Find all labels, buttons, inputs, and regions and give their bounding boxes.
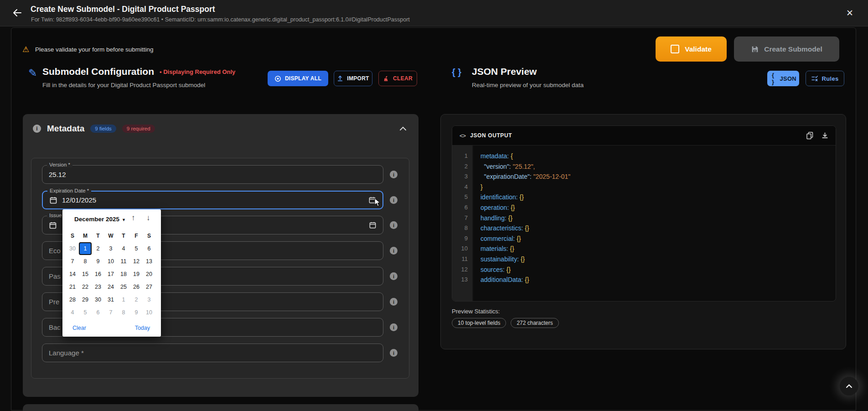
- json-line: "expirationDate": "2025-12-01": [480, 172, 570, 182]
- calendar-day[interactable]: 3: [143, 293, 155, 306]
- calendar-day[interactable]: 21: [66, 281, 79, 293]
- calendar-day[interactable]: 22: [79, 281, 92, 293]
- language-field[interactable]: Language *: [42, 343, 383, 362]
- download-icon[interactable]: [822, 132, 828, 140]
- next-month-arrow[interactable]: ↓: [144, 213, 153, 223]
- expiration-date-field-value: 12/01/2025: [62, 196, 96, 204]
- clear-button[interactable]: CLEAR: [378, 71, 417, 86]
- calendar-day[interactable]: 4: [66, 306, 79, 319]
- previous-month-arrow[interactable]: ↑: [129, 213, 138, 223]
- calendar-day[interactable]: 5: [130, 242, 143, 255]
- json-line: "version": "25.12",: [480, 161, 570, 172]
- display-all-button[interactable]: DISPLAY ALL: [268, 71, 328, 86]
- config-panel-title: Submodel Configuration: [42, 66, 154, 77]
- tab-json[interactable]: { } JSON: [767, 71, 799, 86]
- json-output-box: <> JSON OUTPUT 12345678910111213 metadat…: [452, 125, 836, 302]
- calendar-day[interactable]: 19: [130, 268, 143, 281]
- calendar-clear-button[interactable]: Clear: [70, 324, 89, 332]
- calendar-day[interactable]: 16: [92, 268, 104, 281]
- expiration-date-field[interactable]: Expiration Date * 12/01/2025: [42, 191, 383, 209]
- calendar-day[interactable]: 9: [92, 255, 104, 268]
- broom-icon: [383, 75, 389, 82]
- braces-icon: { }: [452, 67, 461, 78]
- code-tag-icon: <>: [460, 132, 465, 139]
- json-line: handling: {}: [480, 213, 570, 224]
- calendar-day[interactable]: 27: [143, 281, 155, 293]
- calendar-day[interactable]: 26: [130, 281, 143, 293]
- calendar-day[interactable]: 11: [117, 255, 130, 268]
- collapse-chevron-icon[interactable]: [398, 125, 408, 133]
- create-submodel-button[interactable]: Create Submodel: [734, 36, 839, 62]
- calendar-day[interactable]: 23: [92, 281, 104, 293]
- calendar-day[interactable]: 2: [130, 293, 143, 306]
- calendar-day[interactable]: 25: [117, 281, 130, 293]
- calendar-day[interactable]: 20: [143, 268, 155, 281]
- config-panel-subtitle: Fill in the details for your Digital Pro…: [42, 82, 205, 88]
- required-count-badge: 9 required: [122, 125, 155, 133]
- info-icon[interactable]: i: [390, 196, 398, 204]
- calendar-day[interactable]: 18: [117, 268, 130, 281]
- calendar-day-header: S: [143, 229, 155, 242]
- calendar-day[interactable]: 8: [79, 255, 92, 268]
- calendar-day[interactable]: 9: [130, 306, 143, 319]
- back-icon[interactable]: [12, 6, 26, 20]
- calendar-day[interactable]: 6: [143, 242, 155, 255]
- calendar-day[interactable]: 14: [66, 268, 79, 281]
- info-icon[interactable]: i: [390, 247, 398, 255]
- tab-rules[interactable]: Rules: [806, 71, 844, 86]
- calendar-day[interactable]: 30: [92, 293, 104, 306]
- chevron-up-icon: [846, 384, 852, 388]
- calendar-day-header: F: [130, 229, 143, 242]
- date-picker-icon[interactable]: [368, 196, 376, 204]
- calendar-day[interactable]: 12: [130, 255, 143, 268]
- rules-checklist-icon: [811, 76, 818, 82]
- calendar-day[interactable]: 8: [117, 306, 130, 319]
- calendar-day[interactable]: 17: [104, 268, 117, 281]
- calendar-day[interactable]: 2: [92, 242, 104, 255]
- warning-icon: ⚠: [22, 45, 29, 54]
- eye-icon: [274, 75, 281, 82]
- info-icon[interactable]: i: [390, 171, 398, 178]
- json-preview-panel: <> JSON OUTPUT 12345678910111213 metadat…: [440, 114, 846, 349]
- info-icon[interactable]: i: [390, 272, 398, 280]
- save-icon: [751, 45, 759, 53]
- calendar-day[interactable]: 29: [79, 293, 92, 306]
- calendar-day[interactable]: 31: [104, 293, 117, 306]
- copy-icon[interactable]: [806, 132, 813, 140]
- json-line: commercial: {}: [480, 234, 570, 244]
- info-icon[interactable]: i: [390, 221, 398, 229]
- import-button[interactable]: IMPORT: [334, 71, 372, 86]
- version-field[interactable]: Version * 25.12: [42, 165, 383, 184]
- calendar-day[interactable]: 7: [66, 255, 79, 268]
- info-icon[interactable]: i: [390, 323, 398, 331]
- calendar-day-selected[interactable]: 1: [79, 242, 92, 255]
- calendar-day[interactable]: 24: [104, 281, 117, 293]
- calendar-day[interactable]: 4: [117, 242, 130, 255]
- date-picker-icon[interactable]: [369, 221, 377, 229]
- info-icon[interactable]: i: [390, 349, 398, 357]
- calendar-day[interactable]: 13: [143, 255, 155, 268]
- calendar-day[interactable]: 1: [117, 293, 130, 306]
- close-icon[interactable]: ✕: [842, 5, 857, 20]
- json-line: identification: {}: [480, 192, 570, 203]
- calendar-today-button[interactable]: Today: [132, 324, 153, 332]
- calendar-day-header: W: [104, 229, 117, 242]
- calendar-day[interactable]: 10: [143, 306, 155, 319]
- calendar-day[interactable]: 7: [104, 306, 117, 319]
- month-selector[interactable]: December 2025▼: [72, 215, 129, 223]
- calendar-day[interactable]: 15: [79, 268, 92, 281]
- calendar-day[interactable]: 5: [79, 306, 92, 319]
- issue-date-field-label: Issue: [47, 213, 64, 218]
- calendar-day[interactable]: 28: [66, 293, 79, 306]
- calendar-day[interactable]: 3: [104, 242, 117, 255]
- validate-button[interactable]: Validate: [656, 36, 727, 62]
- json-line: materials: {}: [480, 244, 570, 254]
- calendar-day[interactable]: 10: [104, 255, 117, 268]
- page-subtitle: For Twin: 982ff893-6034-4ebb-bf90-9a60ee…: [31, 16, 410, 23]
- scroll-top-button[interactable]: [840, 377, 858, 395]
- calendar-day[interactable]: 6: [92, 306, 104, 319]
- calendar-day[interactable]: 30: [66, 242, 79, 255]
- info-icon[interactable]: i: [390, 298, 398, 306]
- stat-pill: 10 top-level fields: [452, 318, 506, 328]
- metadata-section-title: Metadata: [47, 124, 84, 134]
